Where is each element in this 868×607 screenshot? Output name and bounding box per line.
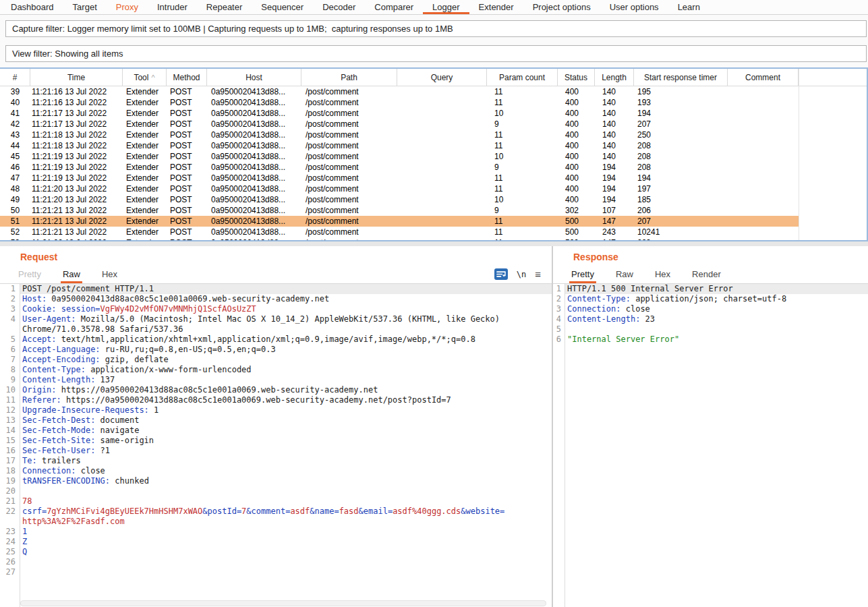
editor-line: 24Z — [0, 537, 552, 547]
menu-item-intruder[interactable]: Intruder — [148, 0, 197, 14]
editor-line-text: Accept-Encoding: gzip, deflate — [20, 355, 552, 365]
line-number: 26 — [0, 557, 20, 567]
column-header-tool[interactable]: Tool^ — [123, 69, 167, 86]
column-header-path[interactable]: Path — [301, 69, 397, 86]
editor-menu-icon[interactable]: ≡ — [535, 269, 541, 279]
cell-comment — [728, 162, 799, 173]
menu-item-learn[interactable]: Learn — [668, 0, 710, 14]
line-number: 1 — [553, 284, 565, 294]
tab-hex-response[interactable]: Hex — [653, 269, 672, 283]
menu-item-decoder[interactable]: Decoder — [313, 0, 365, 14]
column-header-time[interactable]: Time — [30, 69, 123, 86]
cell-host: 0a9500020413d88... — [207, 162, 301, 173]
table-row[interactable]: 4911:21:20 13 Jul 2022ExtenderPOST0a9500… — [0, 194, 799, 205]
editor-line-text: 1 — [20, 527, 552, 537]
column-header-status[interactable]: Status — [558, 69, 595, 86]
editor-line: 18Connection: close — [0, 466, 552, 476]
cell-param-count: 9 — [487, 205, 558, 216]
column-header-host[interactable]: Host — [207, 69, 301, 86]
cell-: 44 — [0, 140, 30, 151]
cell-start-response-timer: 207 — [634, 216, 728, 227]
cell-: 41 — [0, 108, 30, 119]
column-header-param-count[interactable]: Param count — [487, 69, 558, 86]
newline-toggle[interactable]: \n — [517, 270, 526, 279]
table-row[interactable]: 5211:21:21 13 Jul 2022ExtenderPOST0a9500… — [0, 227, 799, 237]
column-header-[interactable]: # — [0, 69, 30, 86]
view-filter-bar[interactable]: View filter: Showing all items — [5, 45, 867, 62]
table-row[interactable]: 4711:21:19 13 Jul 2022ExtenderPOST0a9500… — [0, 173, 799, 183]
log-table-header: #TimeTool^MethodHostPathQueryParam count… — [0, 69, 867, 86]
column-label: Query — [431, 73, 453, 82]
table-row[interactable]: 4611:21:19 13 Jul 2022ExtenderPOST0a9500… — [0, 162, 799, 173]
table-row[interactable]: 4311:21:18 13 Jul 2022ExtenderPOST0a9500… — [0, 129, 799, 140]
cell-length: 140 — [595, 129, 634, 140]
request-editor[interactable]: 1POST /post/comment HTTP/1.12Host: 0a950… — [0, 284, 552, 607]
editor-line: 1POST /post/comment HTTP/1.1 — [0, 284, 552, 294]
menu-item-logger[interactable]: Logger — [423, 0, 469, 14]
column-header-length[interactable]: Length — [595, 69, 634, 86]
cell-time: 11:21:20 13 Jul 2022 — [30, 194, 123, 205]
column-header-method[interactable]: Method — [167, 69, 207, 86]
cell-length: 194 — [595, 173, 634, 183]
horizontal-splitter[interactable] — [0, 241, 868, 246]
cell-tool: Extender — [123, 86, 167, 97]
menu-item-sequencer[interactable]: Sequencer — [252, 0, 313, 14]
cell-method: POST — [167, 86, 207, 97]
table-row[interactable]: 4211:21:17 13 Jul 2022ExtenderPOST0a9500… — [0, 119, 799, 129]
menu-item-user-options[interactable]: User options — [600, 0, 668, 14]
cell-param-count: 11 — [487, 173, 558, 183]
tab-raw-request[interactable]: Raw — [61, 269, 82, 283]
tab-hex-request[interactable]: Hex — [100, 269, 119, 283]
menu-item-comparer[interactable]: Comparer — [365, 0, 423, 14]
word-wrap-icon[interactable] — [494, 268, 508, 280]
column-header-start-response-timer[interactable]: Start response timer — [634, 69, 728, 86]
request-tabs: PrettyRawHex — [0, 266, 552, 284]
tab-render-response[interactable]: Render — [690, 269, 723, 283]
response-panel-title: Response — [573, 252, 618, 262]
capture-filter-bar[interactable]: Capture filter: Logger memory limit set … — [5, 20, 867, 37]
cell-query — [397, 227, 487, 237]
cell-start-response-timer: 193 — [634, 97, 728, 108]
menu-item-extender[interactable]: Extender — [469, 0, 523, 14]
request-horizontal-scrollbar[interactable] — [20, 600, 546, 606]
column-header-comment[interactable]: Comment — [728, 69, 799, 86]
cell-comment — [728, 97, 799, 108]
table-row[interactable]: 4511:21:19 13 Jul 2022ExtenderPOST0a9500… — [0, 151, 799, 162]
line-number: 24 — [0, 537, 20, 547]
line-number: 25 — [0, 547, 20, 557]
table-row[interactable]: 5111:21:21 13 Jul 2022ExtenderPOST0a9500… — [0, 216, 799, 227]
menu-item-repeater[interactable]: Repeater — [197, 0, 252, 14]
editor-line: 17Te: trailers — [0, 456, 552, 466]
cell-start-response-timer: 207 — [634, 119, 728, 129]
menu-item-dashboard[interactable]: Dashboard — [1, 0, 63, 14]
tab-raw-response[interactable]: Raw — [614, 269, 635, 283]
cell-param-count: 9 — [487, 119, 558, 129]
editor-line-text: Content-Type: application/x-www-form-url… — [20, 365, 552, 375]
column-label: Tool — [134, 73, 148, 82]
menu-item-target[interactable]: Target — [63, 0, 107, 14]
menu-item-proxy[interactable]: Proxy — [107, 0, 148, 14]
request-panel: Request PrettyRawHex \n ≡ 1POST /post/co… — [0, 246, 552, 607]
cell-start-response-timer: 208 — [634, 151, 728, 162]
cell-status: 400 — [558, 129, 595, 140]
table-row[interactable]: 4111:21:17 13 Jul 2022ExtenderPOST0a9500… — [0, 108, 799, 119]
line-number: 5 — [0, 335, 20, 345]
response-editor[interactable]: 1HTTP/1.1 500 Internal Server Error2Cont… — [553, 284, 868, 607]
table-row[interactable]: 4011:21:16 13 Jul 2022ExtenderPOST0a9500… — [0, 97, 799, 108]
editor-line: 6Accept-Language: ru-RU,ru;q=0.8,en-US;q… — [0, 345, 552, 355]
line-number: 4 — [0, 314, 20, 324]
table-row[interactable]: 5011:21:21 13 Jul 2022ExtenderPOST0a9500… — [0, 205, 799, 216]
column-header-query[interactable]: Query — [397, 69, 487, 86]
tab-pretty-response[interactable]: Pretty — [569, 269, 596, 283]
cell-host: 0a9500020413d88... — [207, 119, 301, 129]
cell-param-count: 11 — [487, 86, 558, 97]
editor-line-text: User-Agent: Mozilla/5.0 (Macintosh; Inte… — [20, 314, 552, 324]
cell-time: 11:21:18 13 Jul 2022 — [30, 140, 123, 151]
table-row[interactable]: 3911:21:16 13 Jul 2022ExtenderPOST0a9500… — [0, 86, 799, 97]
cell-comment — [728, 227, 799, 237]
table-row[interactable]: 4811:21:20 13 Jul 2022ExtenderPOST0a9500… — [0, 183, 799, 194]
menu-item-project-options[interactable]: Project options — [523, 0, 600, 14]
table-row[interactable]: 4411:21:18 13 Jul 2022ExtenderPOST0a9500… — [0, 140, 799, 151]
editor-line-text — [20, 567, 552, 577]
cell-host: 0a9500020413d88... — [207, 140, 301, 151]
